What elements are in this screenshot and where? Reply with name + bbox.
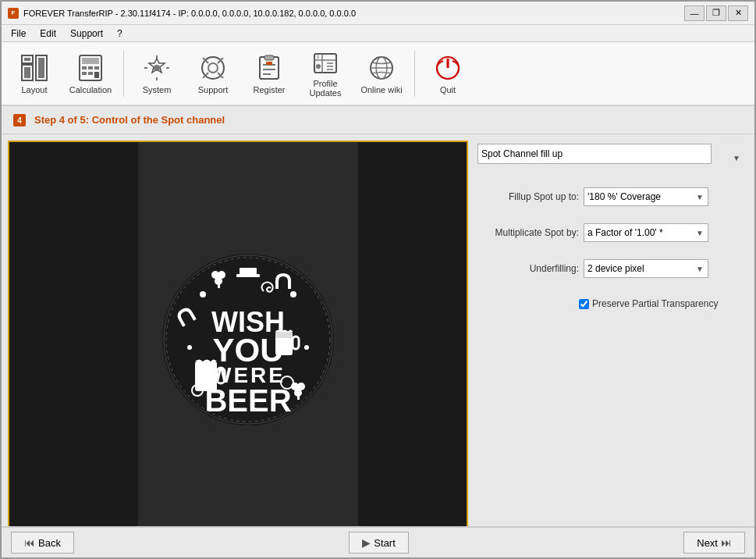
back-label: Back	[38, 537, 61, 549]
image-center: WISH YOU WERE BEER	[138, 142, 358, 526]
content-area: 4 Step 4 of 5: Control of the Spot chann…	[2, 106, 754, 526]
register-label: Register	[254, 85, 286, 94]
layout-label: Layout	[21, 85, 47, 94]
svg-text:4: 4	[17, 116, 22, 125]
svg-point-56	[290, 291, 296, 297]
svg-rect-48	[275, 332, 293, 338]
svg-point-57	[187, 345, 192, 350]
svg-rect-5	[38, 58, 44, 78]
svg-rect-11	[82, 72, 87, 75]
right-panel: Spot Channel fill up ▼ Fillup Spot up to…	[474, 141, 748, 520]
toolbar-sep-1	[123, 50, 124, 97]
app-icon: F	[8, 8, 19, 19]
preserve-transparency-checkbox[interactable]	[579, 299, 589, 309]
minimize-button[interactable]: —	[684, 5, 705, 21]
beer-artwork: WISH YOU WERE BEER	[154, 246, 342, 433]
preserve-transparency-label[interactable]: Preserve Partial Transparency	[592, 298, 718, 309]
menu-bar: File Edit Support ?	[2, 25, 754, 42]
underfilling-select[interactable]: 2 device pixel 1 device pixel 3 device p…	[584, 259, 708, 278]
svg-rect-3	[24, 58, 30, 61]
back-arrow-icon: ⏮	[24, 536, 35, 549]
start-label: Start	[374, 537, 395, 549]
restore-button[interactable]: ❐	[706, 5, 726, 21]
svg-rect-12	[88, 72, 93, 75]
fillup-label: Fillup Spot up to:	[477, 191, 579, 202]
close-button[interactable]: ✕	[728, 5, 748, 21]
toolbar-profile-updates[interactable]: ≡ Profile Updates	[299, 45, 352, 101]
title-bar: F FOREVER TransferRIP - 2.30.11f4174 - I…	[2, 2, 754, 25]
svg-rect-4	[24, 67, 30, 78]
svg-rect-54	[218, 282, 220, 288]
system-label: System	[143, 85, 172, 94]
svg-point-58	[304, 345, 309, 350]
toolbar-register[interactable]: Register	[243, 45, 296, 101]
layout-icon	[19, 52, 50, 84]
toolbar-system[interactable]: System	[130, 45, 183, 101]
register-icon	[254, 52, 285, 84]
quit-label: Quit	[440, 85, 456, 94]
quit-icon	[432, 52, 463, 84]
multiplicate-select[interactable]: a Factor of '1.00' * a Factor of '0.90' …	[584, 223, 708, 242]
spot-channel-arrow: ▼	[733, 154, 740, 162]
menu-help[interactable]: ?	[111, 27, 129, 41]
svg-rect-49	[195, 361, 217, 391]
toolbar-sep-2	[414, 50, 415, 97]
next-label: Next	[697, 537, 718, 549]
next-button[interactable]: Next ⏭	[683, 532, 745, 554]
step-icon: 4	[11, 112, 28, 129]
step-header: 4 Step 4 of 5: Control of the Spot chann…	[2, 106, 754, 134]
support-label: Support	[198, 85, 229, 94]
svg-rect-64	[297, 393, 300, 400]
start-arrow-icon: ▶	[362, 536, 371, 549]
next-arrow-icon: ⏭	[721, 536, 732, 549]
svg-point-55	[200, 291, 206, 297]
profile-icon: ≡	[310, 49, 341, 77]
underfilling-row: Underfilling: 2 device pixel 1 device pi…	[477, 259, 745, 278]
toolbar-online-wiki[interactable]: Online wiki	[355, 45, 408, 101]
bottom-bar: ⏮ Back ▶ Start Next ⏭	[2, 526, 754, 557]
multiplicate-row: Multiplicate Spot by: a Factor of '1.00'…	[477, 223, 745, 242]
svg-rect-13	[94, 72, 99, 78]
svg-point-14	[154, 65, 160, 71]
svg-rect-22	[264, 55, 274, 60]
svg-rect-8	[82, 66, 87, 69]
support-icon	[197, 52, 229, 84]
svg-point-16	[208, 63, 218, 73]
title-bar-text: FOREVER TransferRIP - 2.30.11f4174 - IP:…	[23, 9, 356, 18]
calculation-label: Calculation	[69, 85, 112, 94]
svg-rect-9	[88, 66, 93, 69]
main-panel: WISH YOU WERE BEER	[2, 134, 754, 526]
start-button[interactable]: ▶ Start	[349, 532, 408, 554]
menu-edit[interactable]: Edit	[34, 27, 62, 41]
svg-rect-7	[82, 58, 99, 64]
menu-support[interactable]: Support	[64, 27, 109, 41]
title-bar-controls[interactable]: — ❐ ✕	[684, 5, 748, 21]
preserve-transparency-row: Preserve Partial Transparency	[579, 298, 745, 309]
svg-rect-41	[240, 268, 257, 277]
multiplicate-label: Multiplicate Spot by:	[477, 227, 579, 238]
toolbar-support[interactable]: Support	[186, 45, 240, 101]
svg-text:BEER: BEER	[204, 383, 291, 418]
underfilling-label: Underfilling:	[477, 263, 579, 274]
toolbar-quit[interactable]: Quit	[421, 45, 474, 101]
title-bar-left: F FOREVER TransferRIP - 2.30.11f4174 - I…	[8, 8, 356, 19]
online-wiki-label: Online wiki	[360, 85, 402, 94]
fillup-row: Fillup Spot up to: '180 %' Coverage '160…	[477, 187, 745, 206]
step-title: Step 4 of 5: Control of the Spot channel	[34, 114, 225, 126]
svg-text:≡: ≡	[317, 55, 320, 59]
back-button[interactable]: ⏮ Back	[11, 532, 74, 554]
spot-channel-select[interactable]: Spot Channel fill up	[477, 144, 712, 164]
profile-updates-label: Profile Updates	[303, 79, 348, 98]
fillup-select[interactable]: '180 %' Coverage '160 %' Coverage '140 %…	[584, 187, 708, 206]
toolbar: Layout Calculation Sy	[2, 42, 754, 106]
svg-rect-10	[94, 66, 99, 69]
calc-icon	[75, 52, 106, 84]
wiki-icon	[366, 52, 397, 84]
toolbar-layout[interactable]: Layout	[8, 45, 61, 101]
svg-rect-26	[266, 62, 272, 65]
menu-file[interactable]: File	[5, 27, 32, 41]
system-icon	[141, 52, 172, 84]
toolbar-calculation[interactable]: Calculation	[64, 45, 117, 101]
image-preview-area: WISH YOU WERE BEER	[8, 141, 468, 526]
svg-point-31	[316, 64, 321, 69]
